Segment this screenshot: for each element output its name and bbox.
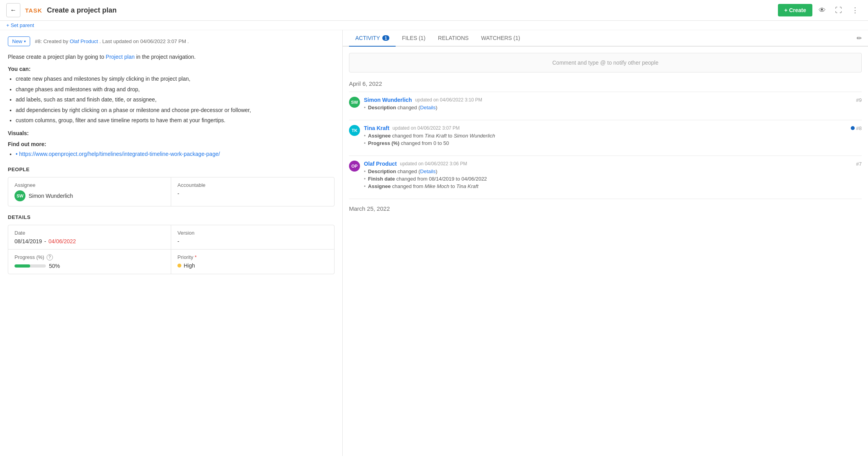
activity-time: updated on 04/06/2022 3:06 PM — [400, 161, 467, 166]
progress-value: 50% — [49, 263, 60, 269]
meta-text: #8: Created by Olaf Product . Last updat… — [35, 38, 189, 44]
activity-name: Tina Kraft — [364, 125, 389, 131]
assignee-row: SW Simon Wunderlich — [14, 190, 165, 201]
list-item: create new phases and milestones by simp… — [16, 74, 335, 83]
priority-label: Priority * — [177, 254, 328, 260]
progress-fill — [14, 264, 30, 268]
activity-id: #7 — [856, 161, 862, 167]
back-button[interactable]: ← — [6, 3, 20, 17]
priority-value: High — [184, 262, 195, 269]
priority-cell: Priority * High — [171, 250, 334, 274]
list-item: add labels, such as start and finish dat… — [16, 95, 335, 104]
find-out-heading: Find out more: — [8, 141, 335, 147]
details-section: DETAILS Date 08/14/2019 - 04/06/2022 Ver… — [8, 214, 335, 274]
top-bar-right: + Create 👁 ⛶ ⋮ — [778, 4, 862, 16]
list-item: custom columns, group, filter and save t… — [16, 116, 335, 125]
people-grid: Assignee SW Simon Wunderlich Accountable… — [8, 177, 335, 206]
change-item: • Progress (%) changed from 0 to 50 — [364, 140, 862, 146]
progress-label: Progress (%) ? — [14, 254, 165, 260]
tab-files[interactable]: FILES (1) — [396, 30, 432, 47]
avatar: SW — [349, 97, 360, 108]
status-bar: New ▾ #8: Created by Olaf Product . Last… — [8, 36, 335, 46]
progress-bar — [14, 264, 46, 268]
bullet-list: create new phases and milestones by simp… — [8, 74, 335, 125]
visuals-heading: Visuals: — [8, 130, 335, 136]
details-grid: Date 08/14/2019 - 04/06/2022 Version - P… — [8, 225, 335, 274]
main-layout: New ▾ #8: Created by Olaf Product . Last… — [0, 30, 868, 456]
activity-time: updated on 04/06/2022 3:10 PM — [415, 97, 482, 103]
activity-name: Olaf Product — [364, 161, 397, 167]
date-row: 08/14/2019 - 04/06/2022 — [14, 238, 165, 244]
priority-dot — [177, 264, 181, 268]
set-parent-link[interactable]: + Set parent — [0, 21, 868, 30]
change-item: • Assignee changed from Tina Kraft to Si… — [364, 133, 862, 139]
task-label: TASK — [25, 7, 42, 14]
change-item: • Description changed (Details) — [364, 168, 862, 174]
you-can-heading: You can: — [8, 66, 335, 72]
date-start: 08/14/2019 — [14, 238, 42, 244]
details-link[interactable]: Details — [420, 168, 436, 174]
create-button[interactable]: + Create — [778, 4, 812, 16]
date-end: 04/06/2022 — [49, 238, 76, 244]
avatar: TK — [349, 125, 360, 136]
activity-header: Tina Kraft updated on 04/06/2022 3:07 PM… — [364, 125, 862, 131]
eye-button[interactable]: 👁 — [816, 5, 829, 16]
blue-dot — [851, 126, 855, 130]
activity-content: Tina Kraft updated on 04/06/2022 3:07 PM… — [364, 125, 862, 148]
activity-header: Olaf Product updated on 04/06/2022 3:06 … — [364, 161, 862, 167]
activity-name: Simon Wunderlich — [364, 97, 412, 103]
change-item: • Assignee changed from Mike Moch to Tin… — [364, 183, 862, 189]
date-cell: Date 08/14/2019 - 04/06/2022 — [8, 225, 171, 250]
more-button[interactable]: ⋮ — [848, 4, 862, 16]
accountable-label: Accountable — [177, 182, 328, 188]
progress-help-icon[interactable]: ? — [47, 254, 53, 260]
activity-id: #8 — [851, 125, 862, 131]
people-section-title: PEOPLE — [8, 166, 335, 172]
find-link-list: • https://www.openproject.org/help/timel… — [8, 150, 335, 158]
tabs: ACTIVITY 1 FILES (1) RELATIONS WATCHERS … — [343, 30, 868, 47]
change-item: • Description changed (Details) — [364, 105, 862, 110]
accountable-value: - — [177, 190, 179, 197]
description-text: Please create a project plan by going to… — [8, 52, 335, 61]
date-label: Date — [14, 230, 165, 236]
date-divider-1: April 6, 2022 — [349, 80, 862, 87]
list-item: • https://www.openproject.org/help/timel… — [16, 150, 335, 158]
activity-header: Simon Wunderlich updated on 04/06/2022 3… — [364, 97, 862, 103]
priority-row: High — [177, 262, 328, 269]
tab-relations[interactable]: RELATIONS — [432, 30, 475, 47]
activity-item: SW Simon Wunderlich updated on 04/06/202… — [349, 97, 862, 112]
activity-item: OP Olaf Product updated on 04/06/2022 3:… — [349, 161, 862, 191]
top-bar: ← TASK Create a project plan + Create 👁 … — [0, 0, 868, 21]
list-item: add dependencies by right clicking on a … — [16, 106, 335, 114]
activity-badge: 1 — [382, 35, 389, 41]
version-value: - — [177, 238, 179, 244]
left-panel: New ▾ #8: Created by Olaf Product . Last… — [0, 30, 343, 456]
status-badge[interactable]: New ▾ — [8, 36, 30, 46]
tab-activity[interactable]: ACTIVITY 1 — [349, 30, 396, 47]
activity-id: #9 — [856, 97, 862, 103]
activity-area: Comment and type @ to notify other peopl… — [343, 47, 868, 223]
accountable-cell: Accountable - — [171, 177, 334, 206]
assignee-label: Assignee — [14, 182, 165, 188]
help-link[interactable]: • https://www.openproject.org/help/timel… — [16, 151, 220, 157]
right-panel: ACTIVITY 1 FILES (1) RELATIONS WATCHERS … — [343, 30, 868, 456]
date-sep: - — [44, 238, 46, 244]
progress-cell: Progress (%) ? 50% — [8, 250, 171, 274]
change-item: • Finish date changed from 08/14/2019 to… — [364, 176, 862, 182]
project-plan-link[interactable]: Project plan — [106, 54, 135, 60]
activity-content: Simon Wunderlich updated on 04/06/2022 3… — [364, 97, 862, 112]
created-by-link[interactable]: Olaf Product — [70, 38, 98, 44]
activity-content: Olaf Product updated on 04/06/2022 3:06 … — [364, 161, 862, 191]
list-item: change phases and milestones with drag a… — [16, 85, 335, 94]
comment-placeholder[interactable]: Comment and type @ to notify other peopl… — [349, 53, 862, 72]
expand-button[interactable]: ⛶ — [832, 5, 845, 16]
tab-watchers[interactable]: WATCHERS (1) — [475, 30, 526, 47]
details-link[interactable]: Details — [420, 105, 436, 110]
assignee-cell: Assignee SW Simon Wunderlich — [8, 177, 171, 206]
task-title: Create a project plan — [47, 6, 117, 14]
version-label: Version — [177, 230, 328, 236]
details-section-title: DETAILS — [8, 214, 335, 220]
avatar: OP — [349, 161, 360, 172]
edit-icon-button[interactable]: ✏ — [857, 34, 862, 42]
progress-bar-wrap: 50% — [14, 263, 165, 269]
